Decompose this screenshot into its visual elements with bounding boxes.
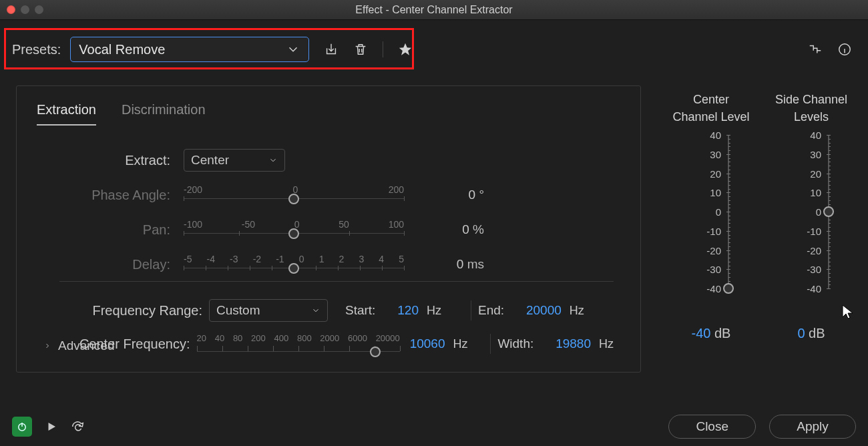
delay-slider[interactable]: -5-4-3-2-1012345	[184, 254, 404, 275]
power-toggle[interactable]	[12, 417, 32, 437]
close-button[interactable]: Close	[668, 415, 756, 439]
chevron-down-icon	[286, 42, 300, 57]
phase-label: Phase Angle:	[43, 188, 177, 203]
divider	[490, 334, 491, 354]
pan-label: Pan:	[43, 222, 177, 238]
presets-value: Vocal Remove	[79, 42, 165, 57]
star-icon[interactable]	[398, 42, 413, 57]
chevron-down-icon	[268, 156, 278, 165]
extract-label: Extract:	[43, 153, 177, 168]
delay-value[interactable]: 0 ms	[411, 257, 484, 272]
side-level-value[interactable]: 0 dB	[768, 326, 855, 341]
freqrange-label: Frequency Range:	[43, 303, 209, 318]
end-label: End:	[478, 303, 504, 318]
play-icon[interactable]	[45, 421, 57, 433]
cursor-icon	[841, 304, 857, 320]
side-level-meter: Side ChannelLevels 403020100-10-20-30-40	[761, 91, 861, 288]
chevron-down-icon	[311, 306, 320, 315]
presets-select[interactable]: Vocal Remove	[70, 37, 309, 62]
loop-icon[interactable]	[71, 419, 85, 434]
center-level-value[interactable]: -40 dB	[668, 326, 754, 341]
trash-icon[interactable]	[353, 42, 368, 57]
centerfreq-slider[interactable]: 2040802004008002000600020000	[197, 333, 400, 355]
side-level-slider[interactable]: 403020100-10-20-30-40	[787, 135, 836, 288]
apply-button[interactable]: Apply	[769, 415, 856, 439]
width-value[interactable]: 19880	[556, 337, 591, 351]
maximize-window-dot[interactable]	[35, 5, 43, 14]
start-label: Start:	[345, 303, 375, 318]
tab-discrimination[interactable]: Discrimination	[122, 102, 206, 126]
phase-slider[interactable]: -2000200	[184, 184, 404, 206]
end-value[interactable]: 20000	[526, 303, 562, 318]
advanced-toggle[interactable]: Advanced	[43, 339, 115, 353]
separator	[383, 41, 383, 57]
footer: Close Apply	[0, 407, 868, 446]
center-level-slider[interactable]: 403020100-10-20-30-40	[686, 135, 736, 288]
freqrange-select[interactable]: Custom	[209, 299, 328, 322]
routing-icon[interactable]	[808, 42, 823, 57]
minimize-window-dot[interactable]	[21, 5, 29, 14]
info-icon[interactable]	[837, 42, 852, 57]
presets-label: Presets:	[12, 42, 61, 57]
title-bar: Effect - Center Channel Extractor	[0, 0, 868, 20]
save-preset-icon[interactable]	[324, 42, 339, 57]
center-level-meter: CenterChannel Level 403020100-10-20-30-4…	[661, 91, 761, 288]
close-window-dot[interactable]	[7, 5, 15, 14]
start-value[interactable]: 120	[397, 303, 419, 318]
window-title: Effect - Center Channel Extractor	[355, 4, 512, 16]
phase-value[interactable]: 0 °	[411, 188, 484, 202]
chevron-right-icon	[43, 342, 51, 350]
pan-slider[interactable]: -100-50050100	[184, 219, 404, 240]
delay-label: Delay:	[43, 257, 177, 272]
tab-extraction[interactable]: Extraction	[37, 102, 96, 126]
pan-value[interactable]: 0 %	[411, 222, 484, 237]
divider	[471, 300, 471, 320]
divider	[59, 281, 614, 282]
window-traffic-lights	[7, 5, 43, 14]
main-panel: Extraction Discrimination Extract: Cente…	[16, 85, 641, 373]
extract-select[interactable]: Center	[184, 149, 285, 172]
centerfreq-value[interactable]: 10060	[410, 337, 445, 351]
width-label: Width:	[497, 337, 533, 351]
